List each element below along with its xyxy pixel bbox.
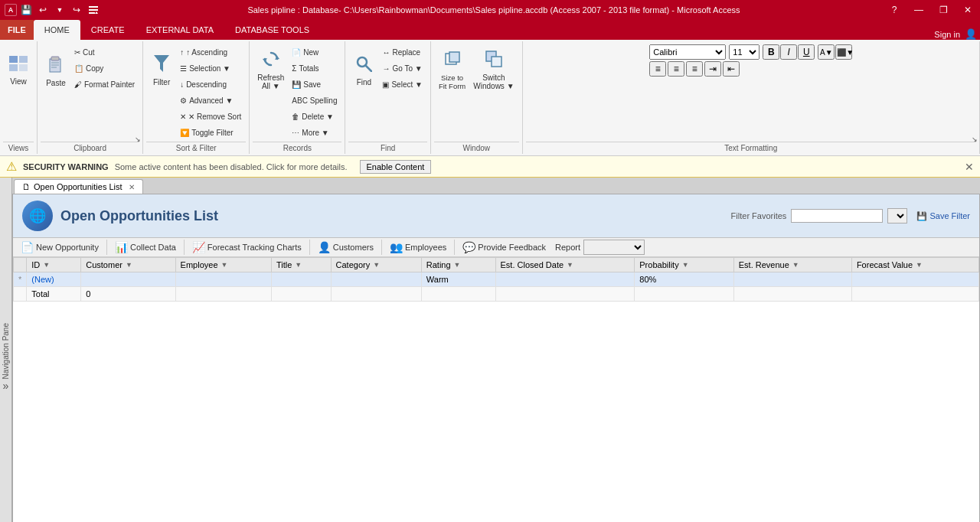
undo-drop-btn[interactable]: ▼ (52, 3, 67, 17)
select-button[interactable]: ▣ Select ▼ (379, 77, 425, 92)
security-close-btn[interactable]: ✕ (965, 161, 974, 173)
sign-in-link[interactable]: Sign in (934, 30, 960, 39)
cell-new-est-revenue[interactable] (733, 272, 851, 287)
save-quick-btn[interactable]: 💾 (18, 3, 34, 17)
feedback-label: Provide Feedback (478, 243, 546, 252)
cell-new-title[interactable] (271, 272, 331, 287)
refresh-all-button[interactable]: RefreshAll ▼ (254, 44, 287, 96)
cut-button[interactable]: ✂ Cut (71, 44, 138, 60)
undo-btn[interactable]: ↩ (35, 3, 51, 17)
filter-favorites-input[interactable] (791, 209, 883, 223)
restore-btn[interactable]: ❐ (931, 0, 956, 20)
help-btn[interactable]: ? (882, 0, 906, 20)
remove-sort-button[interactable]: ✕ ✕ Remove Sort (177, 109, 244, 124)
save-record-button[interactable]: 💾 Save (289, 77, 340, 92)
replace-button[interactable]: ↔ Replace (379, 44, 425, 60)
col-header-forecast-value[interactable]: Forecast Value▼ (851, 258, 978, 272)
col-header-category[interactable]: Category▼ (331, 258, 421, 272)
underline-btn[interactable]: U (798, 44, 815, 60)
qa-customize-btn[interactable] (86, 3, 101, 17)
tab-home[interactable]: HOME (34, 20, 80, 40)
enable-content-button[interactable]: Enable Content (360, 160, 432, 174)
cell-new-category[interactable] (331, 272, 421, 287)
col-header-id[interactable]: ID▼ (27, 258, 81, 272)
advanced-button[interactable]: ⚙ Advanced ▼ (177, 93, 244, 108)
cell-new-probability[interactable]: 80% (635, 272, 734, 287)
totals-button[interactable]: Σ Totals (289, 60, 340, 76)
descending-button[interactable]: ↓ Descending (177, 77, 244, 92)
align-center-btn[interactable]: ≡ (668, 61, 684, 77)
data-grid[interactable]: ID▼ Customer▼ Employee▼ Title▼ (13, 257, 979, 522)
navigation-pane[interactable]: Navigation Pane » (0, 178, 12, 522)
ribbon-tabs: FILE HOME CREATE EXTERNAL DATA DATABASE … (0, 20, 980, 40)
tab-database-tools[interactable]: DATABASE TOOLS (224, 20, 320, 40)
find-button[interactable]: Find (350, 44, 377, 96)
close-btn[interactable]: ✕ (956, 0, 980, 20)
bold-btn[interactable]: B (763, 44, 779, 60)
align-right-btn[interactable]: ≡ (686, 61, 703, 77)
filter-favorites-dropdown[interactable] (887, 208, 907, 223)
font-color-btn[interactable]: A▼ (818, 44, 835, 60)
highlight-btn[interactable]: ⬛▼ (835, 44, 852, 60)
employees-btn[interactable]: 👥 Employees (385, 240, 451, 255)
toggle-filter-button[interactable]: 🔽 Toggle Filter (177, 125, 244, 140)
doc-tab-close[interactable]: ✕ (129, 183, 135, 191)
ascending-button[interactable]: ↑ ↑ Ascending (177, 44, 244, 60)
delete-button[interactable]: 🗑 Delete ▼ (289, 109, 340, 124)
indent-btn[interactable]: ⇥ (704, 61, 721, 77)
more-button[interactable]: ⋯ More ▼ (289, 125, 340, 140)
doc-tab-opportunities[interactable]: 🗋 Open Opportunities List ✕ (14, 179, 143, 194)
align-left-btn[interactable]: ≡ (649, 61, 666, 77)
text-format-dialog-btn[interactable]: ↘ (972, 135, 978, 143)
report-dropdown[interactable] (583, 240, 645, 255)
col-header-closed-date[interactable]: Est. Closed Date▼ (495, 258, 635, 272)
font-name-select[interactable]: Calibri (649, 44, 726, 60)
switch-icon (485, 51, 502, 72)
selection-button[interactable]: ☰ Selection ▼ (177, 60, 244, 76)
switch-label: SwitchWindows ▼ (473, 73, 514, 90)
tab-create[interactable]: CREATE (80, 20, 136, 40)
cell-new-closed-date[interactable] (495, 272, 635, 287)
cell-new-forecast-value[interactable] (851, 272, 978, 287)
go-to-button[interactable]: → Go To ▼ (379, 60, 425, 76)
col-header-title[interactable]: Title▼ (271, 258, 331, 272)
font-size-select[interactable]: 11 (729, 44, 760, 60)
customers-btn[interactable]: 👤 Customers (313, 240, 378, 255)
clipboard-dialog-btn[interactable]: ↘ (135, 135, 141, 143)
col-forecast-value-sort: ▼ (916, 261, 923, 269)
tab-file[interactable]: FILE (0, 20, 34, 40)
paste-button[interactable]: Paste (42, 44, 70, 96)
forecast-tracking-btn[interactable]: 📈 Forecast Tracking Charts (188, 240, 306, 255)
provide-feedback-btn[interactable]: 💬 Provide Feedback (458, 240, 550, 255)
view-button[interactable]: View (5, 44, 32, 96)
cell-new-employee[interactable] (175, 272, 271, 287)
toggle-filter-icon: 🔽 (180, 129, 189, 137)
spelling-button[interactable]: ABC Spelling (289, 93, 340, 108)
cell-new-id[interactable]: (New) (27, 272, 81, 287)
col-header-rating[interactable]: Rating▼ (421, 258, 495, 272)
filter-button[interactable]: Filter (148, 44, 175, 96)
cell-new-customer[interactable] (81, 272, 175, 287)
copy-icon: 📋 (74, 64, 83, 73)
switch-windows-button[interactable]: SwitchWindows ▼ (470, 44, 517, 96)
new-record-button[interactable]: 📄 New (289, 44, 340, 60)
save-filter-link[interactable]: 💾 Save Filter (916, 211, 970, 221)
minimize-btn[interactable]: — (906, 0, 931, 20)
cell-new-rating[interactable]: Warm (421, 272, 495, 287)
nav-expand-icon[interactable]: » (3, 380, 9, 392)
collect-data-btn[interactable]: 📊 Collect Data (110, 240, 181, 255)
col-header-employee[interactable]: Employee▼ (175, 258, 271, 272)
col-header-est-revenue[interactable]: Est. Revenue▼ (733, 258, 851, 272)
redo-btn[interactable]: ↪ (69, 3, 84, 17)
col-header-probability[interactable]: Probability▼ (635, 258, 734, 272)
ribbon-group-find: Find ↔ Replace → Go To ▼ ▣ Select ▼ Find (345, 41, 430, 154)
size-to-fit-button[interactable]: Size toFit Form (436, 44, 469, 96)
copy-button[interactable]: 📋 Copy (71, 60, 138, 76)
format-painter-button[interactable]: 🖌 Format Painter (71, 77, 138, 92)
outdent-btn[interactable]: ⇤ (723, 61, 740, 77)
italic-btn[interactable]: I (780, 44, 797, 60)
customers-icon: 👤 (318, 241, 331, 253)
col-header-customer[interactable]: Customer▼ (81, 258, 175, 272)
new-opportunity-btn[interactable]: 📄 New Opportunity (16, 240, 103, 255)
tab-external-data[interactable]: EXTERNAL DATA (136, 20, 224, 40)
